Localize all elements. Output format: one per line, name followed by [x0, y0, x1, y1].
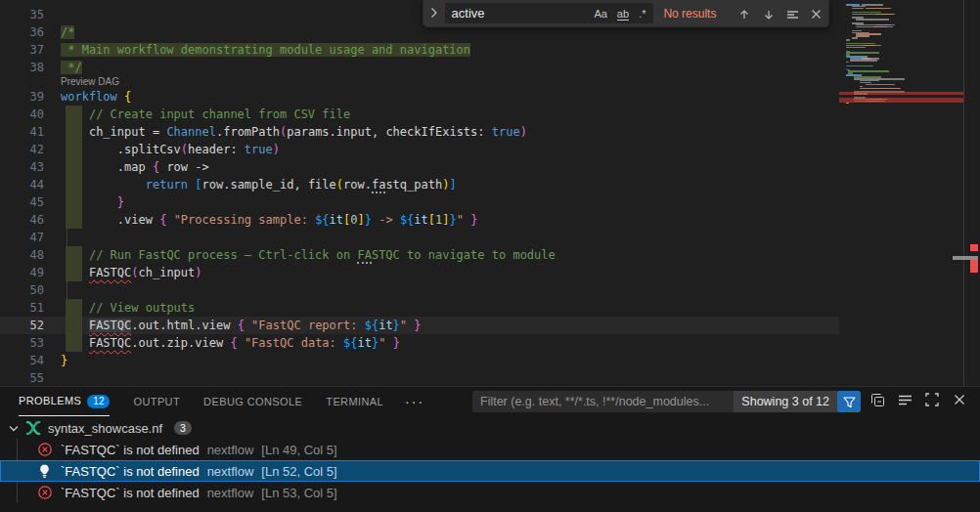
code-line[interactable]: 47: [0, 229, 839, 246]
nextflow-file-icon: [25, 421, 41, 435]
regex-icon[interactable]: .*: [635, 7, 649, 21]
code-line[interactable]: 43 .map { row ->: [0, 158, 839, 176]
find-results-label: No results: [663, 7, 733, 21]
panel-header: PROBLEMS12OUTPUTDEBUG CONSOLETERMINAL ··…: [0, 387, 980, 416]
code-text: // Create input channel from CSV file: [61, 106, 350, 123]
tab-output[interactable]: OUTPUT: [133, 388, 180, 416]
code-line[interactable]: 51 // View outputs: [0, 299, 839, 317]
tab-problems[interactable]: PROBLEMS12: [19, 388, 110, 416]
next-match-icon[interactable]: [757, 6, 781, 21]
code-line[interactable]: 55: [0, 369, 839, 386]
line-number: 40: [0, 106, 44, 123]
line-number: 52: [0, 317, 44, 334]
code-line[interactable]: 41 ch_input = Channel.fromPath(params.in…: [0, 123, 839, 141]
codelens-row: Preview DAG: [0, 76, 839, 88]
more-actions-icon[interactable]: ···: [405, 394, 424, 409]
tab-debug-console[interactable]: DEBUG CONSOLE: [203, 388, 302, 416]
problems-file-row[interactable]: syntax_showcase.nf 3: [0, 417, 980, 439]
problem-location: [Ln 53, Col 5]: [261, 486, 336, 500]
code-line[interactable]: 50: [0, 281, 839, 299]
problem-source: nextflow: [207, 464, 254, 479]
line-number: 42: [0, 141, 44, 158]
toggle-replace-icon[interactable]: [423, 7, 445, 21]
code-text: ch_input = Channel.fromPath(params.input…: [61, 123, 527, 141]
bottom-panel: PROBLEMS12OUTPUTDEBUG CONSOLETERMINAL ··…: [0, 386, 980, 512]
code-line[interactable]: 53 FASTQC.out.zip.view { "FastQC data: $…: [0, 334, 839, 352]
line-number: 50: [0, 281, 44, 299]
minimap[interactable]: [839, 0, 963, 386]
line-number: 46: [0, 211, 44, 229]
lightbulb-icon[interactable]: [37, 463, 53, 479]
code-text: FASTQC.out.zip.view { "FastQC data: ${it…: [61, 334, 400, 352]
line-number: 51: [0, 299, 44, 317]
find-widget: active Aa ab .* No results: [423, 0, 829, 27]
find-in-selection-icon[interactable]: [780, 6, 805, 21]
code-text: .view { "Processing sample: ${it[0]} -> …: [61, 211, 477, 229]
code-line[interactable]: 38 */: [0, 59, 839, 76]
ruler-cursor-mark: [953, 256, 978, 260]
code-text: return [row.sample_id, file(row.fastq_pa…: [61, 176, 457, 193]
maximize-panel-icon[interactable]: [923, 391, 941, 408]
previous-match-icon[interactable]: [733, 6, 757, 21]
line-number: 54: [0, 352, 44, 369]
preview-dag-codelens[interactable]: Preview DAG: [61, 76, 119, 87]
problems-filter-input[interactable]: Filter (e.g. text, **/*.ts, !**/node_mod…: [472, 391, 861, 412]
code-line[interactable]: 42 .splitCsv(header: true): [0, 141, 839, 158]
line-number: 55: [0, 369, 44, 386]
find-input[interactable]: active Aa ab .*: [445, 3, 654, 23]
code-text: .map { row ->: [61, 158, 209, 176]
line-number: 38: [0, 59, 44, 76]
line-number: 36: [0, 23, 44, 41]
problem-source: nextflow: [207, 443, 254, 457]
code-lines: 3536/*37 * Main workflow demonstrating m…: [0, 6, 839, 386]
code-line[interactable]: 48 // Run FastQC process — Ctrl-click on…: [0, 246, 839, 264]
problem-row[interactable]: `FASTQC` is not definednextflow[Ln 53, C…: [0, 482, 980, 503]
error-icon: [37, 442, 53, 457]
code-line[interactable]: 52 FASTQC.out.html.view { "FastQC report…: [0, 317, 839, 334]
error-icon: [37, 485, 53, 500]
code-line[interactable]: 49 FASTQC(ch_input): [0, 264, 839, 281]
problem-source: nextflow: [207, 486, 254, 500]
code-text: }: [61, 352, 67, 369]
close-find-icon[interactable]: [805, 6, 829, 21]
match-case-icon[interactable]: Aa: [590, 7, 610, 21]
code-text: // View outputs: [61, 299, 195, 317]
code-text: workflow {: [61, 88, 131, 106]
line-number: 39: [0, 88, 44, 106]
problems-tree: syntax_showcase.nf 3 `FASTQC` is not def…: [0, 417, 980, 503]
whole-word-icon[interactable]: ab: [613, 7, 633, 21]
view-as-table-icon[interactable]: [896, 391, 913, 408]
close-panel-icon[interactable]: [951, 391, 968, 408]
file-problem-count-badge: 3: [174, 421, 192, 435]
code-line[interactable]: 40 // Create input channel from CSV file: [0, 106, 839, 123]
file-name: syntax_showcase.nf: [48, 421, 162, 436]
panel-tabs: PROBLEMS12OUTPUTDEBUG CONSOLETERMINAL: [19, 388, 383, 416]
problem-message: `FASTQC` is not defined: [61, 443, 200, 457]
code-text: }: [61, 193, 124, 211]
ruler-error-mark: [970, 244, 978, 251]
problem-row[interactable]: `FASTQC` is not definednextflow[Ln 52, C…: [0, 460, 980, 482]
code-editor[interactable]: 3536/*37 * Main workflow demonstrating m…: [0, 0, 980, 386]
code-line[interactable]: 44 return [row.sample_id, file(row.fastq…: [0, 176, 839, 193]
line-number: 43: [0, 158, 44, 176]
code-line[interactable]: 46 .view { "Processing sample: ${it[0]} …: [0, 211, 839, 229]
line-number: 41: [0, 123, 44, 141]
find-query-text[interactable]: active: [452, 6, 589, 21]
code-line[interactable]: 54}: [0, 352, 839, 369]
code-text: // Run FastQC process — Ctrl-click on FA…: [61, 246, 556, 264]
tab-terminal[interactable]: TERMINAL: [326, 388, 383, 416]
line-number: 45: [0, 193, 44, 211]
collapse-all-icon[interactable]: [869, 391, 886, 408]
problem-message: `FASTQC` is not defined: [61, 486, 200, 500]
panel-actions: [869, 391, 968, 408]
filter-funnel-icon[interactable]: [837, 391, 861, 412]
code-text: * Main workflow demonstrating module usa…: [61, 41, 470, 59]
code-line[interactable]: 39workflow {: [0, 88, 839, 106]
problem-row[interactable]: `FASTQC` is not definednextflow[Ln 49, C…: [0, 439, 980, 460]
line-number: 48: [0, 246, 44, 264]
overview-ruler[interactable]: [963, 0, 980, 386]
code-line[interactable]: 37 * Main workflow demonstrating module …: [0, 41, 839, 59]
code-text: */: [61, 59, 82, 76]
chevron-down-icon[interactable]: [6, 425, 22, 432]
code-line[interactable]: 45 }: [0, 193, 839, 211]
